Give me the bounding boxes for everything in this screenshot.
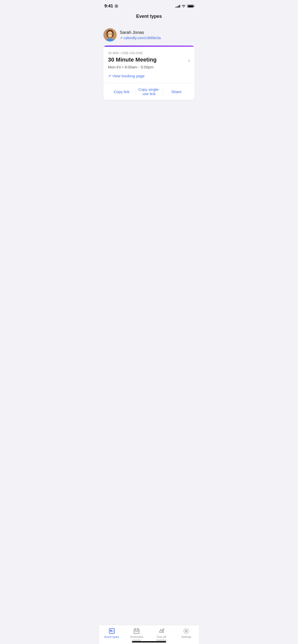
booking-link-text: ↗ View booking page bbox=[108, 74, 145, 78]
event-title-row[interactable]: 30 Minute Meeting › bbox=[108, 56, 190, 63]
event-schedule: Mon-Fri • 9:00am - 5:00pm bbox=[108, 65, 190, 69]
link-arrow-icon: ↗ bbox=[120, 36, 123, 40]
svg-point-3 bbox=[109, 34, 109, 35]
profile-section: Sarah Jonas ↗ calendly.com/c3666e3a bbox=[103, 24, 195, 46]
card-body: 30 MIN • ONE-ON-ONE 30 Minute Meeting › … bbox=[103, 47, 195, 100]
chevron-right-icon: › bbox=[188, 57, 190, 63]
view-booking-link[interactable]: ↗ View booking page bbox=[108, 74, 190, 78]
copy-single-use-link-button[interactable]: Copy single-use link bbox=[136, 83, 163, 100]
avatar-image bbox=[103, 28, 117, 41]
profile-info: Sarah Jonas ↗ calendly.com/c3666e3a bbox=[120, 30, 161, 40]
profile-url: calendly.com/c3666e3a bbox=[124, 36, 161, 40]
svg-point-4 bbox=[111, 34, 112, 35]
page-title: Event types bbox=[136, 14, 162, 19]
event-title: 30 Minute Meeting bbox=[108, 56, 157, 63]
avatar bbox=[103, 28, 117, 41]
signal-icon bbox=[175, 5, 180, 8]
event-card: 30 MIN • ONE-ON-ONE 30 Minute Meeting › … bbox=[103, 46, 195, 100]
profile-link[interactable]: ↗ calendly.com/c3666e3a bbox=[120, 36, 161, 40]
page-header: Event types bbox=[99, 11, 199, 24]
status-time: 9:41 bbox=[104, 4, 118, 9]
status-dot-icon bbox=[115, 4, 118, 8]
time-display: 9:41 bbox=[104, 4, 113, 9]
battery-icon bbox=[187, 5, 194, 8]
profile-name: Sarah Jonas bbox=[120, 30, 161, 35]
copy-link-button[interactable]: Copy link bbox=[108, 85, 135, 98]
event-meta: 30 MIN • ONE-ON-ONE bbox=[108, 51, 190, 55]
status-bar: 9:41 bbox=[99, 0, 199, 11]
svg-point-2 bbox=[107, 31, 113, 37]
share-button[interactable]: Share bbox=[163, 85, 190, 98]
card-actions: Copy link Copy single-use link Share bbox=[108, 83, 190, 100]
wifi-icon bbox=[182, 5, 186, 8]
status-icons bbox=[175, 5, 194, 8]
main-content: Sarah Jonas ↗ calendly.com/c3666e3a 30 M… bbox=[99, 24, 199, 100]
